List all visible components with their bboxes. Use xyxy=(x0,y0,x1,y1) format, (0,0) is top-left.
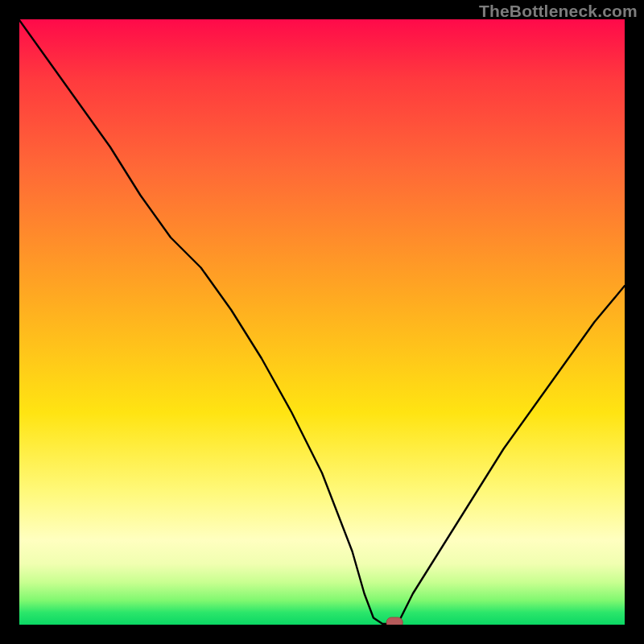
chart-frame: TheBottleneck.com xyxy=(0,0,644,644)
watermark-text: TheBottleneck.com xyxy=(479,2,638,21)
gradient-plot-area xyxy=(19,19,625,625)
